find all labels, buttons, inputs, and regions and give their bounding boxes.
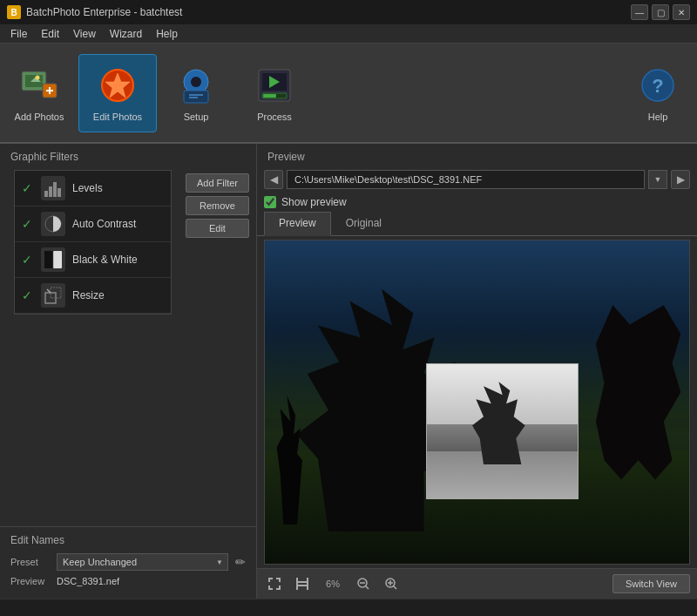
edit-button[interactable]: Edit — [186, 219, 249, 238]
nav-back-button[interactable]: ◀ — [264, 170, 283, 189]
filters-area: ✓ Levels ✓ — [0, 166, 256, 347]
status-bar — [0, 599, 697, 616]
svg-rect-11 — [184, 91, 208, 103]
preview-bottom-bar: 6% Switch View — [257, 568, 697, 599]
filter-item-black-white[interactable]: ✓ Black & White — [15, 242, 171, 278]
preview-tabs: Preview Original — [257, 212, 697, 236]
edit-photos-icon — [97, 64, 139, 106]
svg-rect-21 — [44, 191, 48, 197]
svg-point-3 — [36, 75, 40, 79]
zoom-fit-button[interactable] — [264, 575, 285, 592]
process-icon — [254, 64, 295, 106]
left-panel: Graphic Filters ✓ — [0, 144, 257, 599]
svg-rect-23 — [53, 182, 57, 197]
bw-overlay — [426, 363, 579, 499]
preview-image-area — [264, 240, 690, 565]
filters-container: ✓ Levels ✓ — [14, 170, 172, 315]
filter-icon-resize — [41, 283, 65, 308]
path-navigation: ◀ ▼ ▶ — [257, 166, 697, 193]
help-label: Help — [648, 112, 668, 122]
filter-check-resize: ✓ — [22, 288, 34, 302]
show-preview-checkbox[interactable] — [264, 196, 276, 208]
menu-file[interactable]: File — [3, 26, 34, 42]
remove-button[interactable]: Remove — [186, 196, 249, 215]
app-icon: B — [7, 5, 21, 19]
preview-section-title: Preview — [257, 144, 697, 166]
window-title: BatchPhoto Enterprise - batchtest — [26, 6, 182, 18]
toolbar-edit-photos[interactable]: Edit Photos — [78, 54, 157, 132]
filter-check-levels: ✓ — [22, 181, 34, 195]
preview-filename-value: DSC_8391.nef — [57, 576, 119, 586]
filter-check-black-white: ✓ — [22, 253, 34, 267]
minimize-button[interactable]: — — [631, 4, 648, 20]
show-preview-label[interactable]: Show preview — [281, 196, 347, 208]
add-photos-icon — [18, 64, 60, 106]
filter-item-levels[interactable]: ✓ Levels — [15, 171, 171, 206]
preview-filename-label: Preview — [10, 576, 50, 586]
preset-edit-icon[interactable]: ✏ — [235, 555, 246, 569]
close-button[interactable]: ✕ — [673, 4, 690, 20]
edit-names-section: Edit Names Preset Keep Unchanged ✏ Previ… — [0, 526, 256, 599]
path-dropdown-button[interactable]: ▼ — [648, 170, 667, 189]
svg-rect-22 — [49, 186, 52, 197]
path-input[interactable] — [287, 170, 645, 189]
menu-edit[interactable]: Edit — [34, 26, 66, 42]
filter-check-auto-contrast: ✓ — [22, 217, 34, 231]
filter-item-auto-contrast[interactable]: ✓ Auto Contrast — [15, 206, 171, 242]
tab-preview[interactable]: Preview — [264, 212, 331, 236]
preset-select-wrapper: Keep Unchanged — [57, 553, 228, 571]
process-label: Process — [257, 112, 292, 122]
toolbar: Add Photos Edit Photos Setup — [0, 44, 697, 144]
filter-item-resize[interactable]: ✓ Resize — [15, 278, 171, 314]
setup-icon — [175, 64, 217, 106]
title-bar: B BatchPhoto Enterprise - batchtest — ▢ … — [0, 0, 697, 24]
svg-line-33 — [366, 586, 369, 590]
switch-view-button[interactable]: Switch View — [612, 574, 690, 593]
toolbar-help[interactable]: ? Help — [619, 54, 697, 132]
graphic-filters-title: Graphic Filters — [0, 144, 256, 166]
menu-bar: File Edit View Wizard Help — [0, 24, 697, 44]
main-content: Graphic Filters ✓ — [0, 144, 697, 599]
filter-action-buttons: Add Filter Remove Edit — [179, 170, 256, 241]
filter-icon-black-white — [41, 247, 65, 272]
edit-names-title: Edit Names — [10, 534, 246, 546]
svg-text:?: ? — [652, 75, 663, 97]
add-filter-button[interactable]: Add Filter — [186, 173, 249, 193]
svg-line-36 — [394, 586, 397, 590]
menu-help[interactable]: Help — [149, 26, 185, 42]
show-preview-row: Show preview — [257, 193, 697, 212]
preset-select[interactable]: Keep Unchanged — [57, 553, 228, 571]
menu-wizard[interactable]: Wizard — [103, 26, 149, 42]
nav-forward-button[interactable]: ▶ — [671, 170, 690, 189]
zoom-out-button[interactable] — [353, 575, 374, 592]
preview-filename-row: Preview DSC_8391.nef — [10, 576, 246, 586]
svg-rect-27 — [53, 251, 62, 268]
help-icon: ? — [637, 64, 679, 106]
svg-rect-24 — [58, 188, 61, 197]
svg-rect-18 — [263, 94, 276, 98]
zoom-percent: 6% — [320, 579, 346, 589]
toolbar-process[interactable]: Process — [235, 54, 314, 132]
tab-original[interactable]: Original — [331, 212, 396, 235]
svg-point-10 — [191, 77, 201, 87]
filter-name-levels: Levels — [72, 182, 103, 194]
add-photos-label: Add Photos — [15, 112, 64, 122]
filters-list-wrapper: ✓ Levels ✓ — [7, 166, 179, 318]
filter-name-auto-contrast: Auto Contrast — [72, 218, 136, 230]
right-panel: Preview ◀ ▼ ▶ Show preview Preview Origi… — [257, 144, 697, 599]
maximize-button[interactable]: ▢ — [652, 4, 669, 20]
filter-name-resize: Resize — [72, 289, 105, 301]
zoom-fit-width-button[interactable] — [292, 575, 313, 592]
filter-icon-auto-contrast — [41, 212, 65, 236]
edit-photos-label: Edit Photos — [93, 112, 142, 122]
toolbar-add-photos[interactable]: Add Photos — [0, 54, 78, 132]
filter-name-black-white: Black & White — [72, 254, 138, 266]
menu-view[interactable]: View — [66, 26, 103, 42]
filter-icon-levels — [41, 176, 65, 200]
zoom-in-button[interactable] — [381, 575, 402, 592]
svg-rect-26 — [44, 251, 53, 268]
window-controls: — ▢ ✕ — [631, 4, 690, 20]
toolbar-setup[interactable]: Setup — [157, 54, 235, 132]
preset-row: Preset Keep Unchanged ✏ — [10, 553, 246, 571]
setup-label: Setup — [184, 112, 209, 122]
